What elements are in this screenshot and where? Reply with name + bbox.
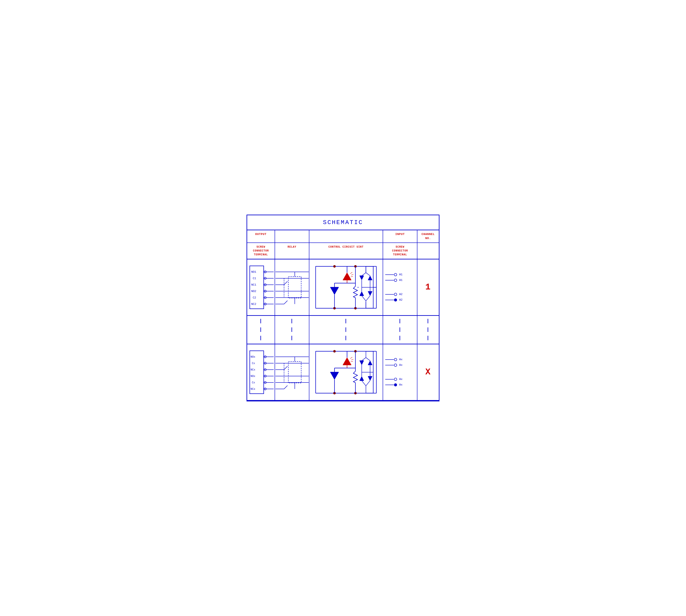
svg-line-145: [351, 359, 353, 360]
svg-rect-120: [288, 361, 301, 383]
svg-line-82: [366, 296, 370, 301]
svg-line-172: [362, 380, 366, 386]
svg-text:NO1: NO1: [251, 270, 257, 273]
svg-text:C1: C1: [253, 277, 256, 280]
relay-1: [275, 260, 309, 315]
svg-line-173: [366, 380, 370, 386]
channel-number-x: X: [425, 367, 431, 377]
svg-line-49: [350, 272, 352, 273]
svg-line-144: [350, 357, 352, 358]
output-terminal-x: NOx Cx NCx NOx Cx NCx: [247, 344, 275, 400]
svg-marker-158: [368, 361, 372, 365]
svg-point-179: [394, 358, 397, 361]
dashed-cell-4: |||: [383, 316, 417, 344]
svg-marker-71: [368, 291, 372, 296]
svg-text:NO2: NO2: [251, 290, 256, 293]
svg-line-169: [362, 357, 366, 361]
svg-point-185: [394, 383, 397, 386]
svg-line-146: [351, 361, 353, 362]
relay-x: [275, 344, 309, 400]
dashed-cell-1: |||: [247, 316, 275, 344]
svg-line-29: [284, 281, 287, 285]
svg-line-81: [362, 296, 366, 301]
svg-line-50: [351, 274, 353, 275]
header-row: OUTPUT INPUT CHANNEL NO.: [247, 230, 439, 243]
dashed-cell-3: |||: [309, 316, 383, 344]
svg-line-128: [284, 386, 287, 389]
dashed-cell-5: |||: [417, 316, 439, 344]
circuit-row-1: NO1 C1 NC1 NO2 C2 NC2: [247, 260, 439, 316]
svg-marker-162: [368, 376, 372, 380]
input-header: INPUT: [383, 230, 417, 242]
svg-line-51: [351, 277, 353, 277]
svg-marker-45: [343, 272, 351, 280]
control-circuit-label: CONTROL CIRCUIT UINT: [309, 243, 383, 259]
svg-text:NCx: NCx: [250, 388, 255, 391]
schematic-title: SCHEMATIC: [247, 215, 439, 230]
output-terminal-1: NO1 C1 NC1 NO2 C2 NC2: [247, 260, 275, 315]
channel-x: X: [417, 344, 439, 400]
continuation-row: ||| ||| ||| ||| |||: [247, 316, 439, 344]
svg-line-33: [284, 301, 287, 304]
input-terminal-1: A1 A1 A2 A2: [383, 260, 417, 315]
svg-marker-69: [360, 291, 364, 296]
svg-marker-65: [360, 276, 364, 280]
svg-text:NCx: NCx: [250, 368, 255, 371]
svg-point-41: [333, 265, 336, 268]
svg-text:Cx: Cx: [252, 381, 255, 384]
screw-output-label: SCREWCONNECTORTERMINAL: [247, 243, 275, 259]
svg-line-124: [284, 366, 287, 370]
subheader-row: SCREWCONNECTORTERMINAL RELAY CONTROL CIR…: [247, 243, 439, 260]
svg-marker-67: [368, 276, 372, 280]
svg-marker-52: [330, 287, 339, 294]
svg-point-94: [394, 299, 397, 301]
output-header: OUTPUT: [247, 230, 275, 242]
relay-label: RELAY: [275, 243, 309, 259]
relay-header: [275, 230, 309, 242]
svg-marker-156: [360, 361, 364, 365]
channel-number-1: 1: [425, 282, 431, 292]
screw-input-label: SCREWCONNECTORTERMINAL: [383, 243, 417, 259]
svg-line-79: [366, 272, 370, 276]
svg-point-92: [394, 293, 397, 296]
channel-1: 1: [417, 260, 439, 315]
control-circuit-1: [309, 260, 383, 315]
svg-rect-25: [288, 277, 301, 298]
svg-text:C2: C2: [253, 296, 256, 299]
svg-marker-160: [360, 376, 364, 380]
svg-point-181: [394, 364, 397, 367]
control-header: [309, 230, 383, 242]
svg-text:Cx: Cx: [252, 362, 255, 365]
svg-point-88: [394, 273, 397, 276]
svg-text:NOx: NOx: [250, 375, 255, 378]
svg-point-90: [394, 279, 397, 282]
svg-marker-147: [330, 372, 339, 379]
control-circuit-x: [309, 344, 383, 400]
circuit-row-x: NOx Cx NCx NOx Cx NCx: [247, 344, 439, 401]
input-terminal-x: Ax Ax Ax Ax: [383, 344, 417, 400]
svg-point-136: [333, 350, 336, 352]
schematic-diagram: SCHEMATIC OUTPUT INPUT CHANNEL NO. SCREW…: [246, 215, 440, 401]
channel-header: CHANNEL NO.: [417, 230, 439, 242]
svg-text:NC1: NC1: [251, 283, 257, 286]
svg-point-183: [394, 378, 397, 380]
svg-text:NOx: NOx: [250, 355, 255, 358]
svg-text:NC2: NC2: [251, 303, 256, 306]
svg-marker-140: [343, 357, 351, 365]
svg-line-170: [366, 357, 370, 361]
dashed-cell-2: |||: [275, 316, 309, 344]
svg-line-78: [362, 272, 366, 276]
channel-no-label: [417, 243, 439, 259]
